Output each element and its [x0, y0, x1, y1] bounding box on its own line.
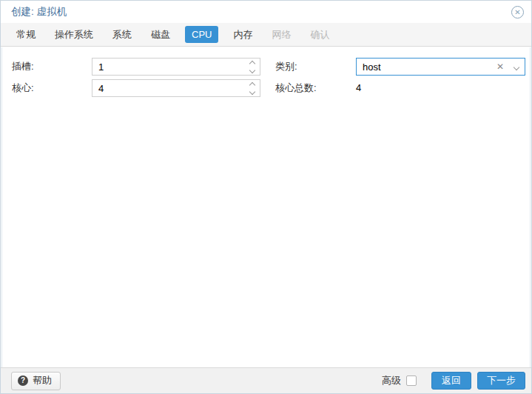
wizard-tabstrip: 常规 操作系统 系统 磁盘 CPU 内存 网络 确认 [1, 23, 531, 47]
close-icon[interactable]: ✕ [511, 6, 524, 19]
cores-label: 核心: [12, 79, 34, 97]
spinner-up-icon[interactable] [249, 81, 255, 87]
create-vm-dialog: 创建: 虚拟机 ✕ 常规 操作系统 系统 磁盘 CPU 内存 网络 确认 插槽:… [0, 0, 532, 394]
cpu-type-combobox: ✕ [356, 58, 525, 76]
tab-os[interactable]: 操作系统 [50, 25, 98, 44]
cpu-type-label: 类别: [275, 58, 297, 76]
cores-spinner [92, 79, 260, 97]
tab-memory[interactable]: 内存 [229, 25, 257, 44]
tab-disks[interactable]: 磁盘 [147, 25, 175, 44]
spinner-down-icon[interactable] [249, 67, 255, 73]
clear-icon[interactable]: ✕ [492, 61, 508, 72]
tab-cpu[interactable]: CPU [185, 26, 218, 43]
spinner-up-icon[interactable] [249, 60, 255, 66]
help-button-label: 帮助 [33, 374, 52, 387]
tab-confirm: 确认 [306, 25, 334, 44]
sockets-input[interactable] [92, 59, 245, 75]
sockets-spinner-buttons[interactable] [245, 59, 260, 75]
cpu-type-input[interactable] [357, 59, 492, 75]
total-cores-value: 4 [356, 79, 361, 97]
help-icon: ? [18, 375, 28, 386]
spinner-down-icon[interactable] [249, 88, 255, 94]
tab-system[interactable]: 系统 [108, 25, 136, 44]
tab-network: 网络 [267, 25, 295, 44]
sockets-spinner [92, 58, 260, 76]
cores-input[interactable] [92, 80, 245, 96]
dialog-title: 创建: 虚拟机 [11, 5, 511, 19]
advanced-checkbox[interactable] [406, 375, 417, 386]
cores-spinner-buttons[interactable] [245, 80, 260, 96]
dialog-header: 创建: 虚拟机 ✕ [1, 1, 531, 23]
back-button[interactable]: 返回 [431, 372, 471, 390]
dialog-footer: ? 帮助 高级 返回 下一步 [1, 367, 531, 393]
next-button[interactable]: 下一步 [477, 372, 525, 390]
sockets-label: 插槽: [12, 58, 34, 76]
tab-general[interactable]: 常规 [12, 25, 40, 44]
cpu-panel: 插槽: 类别: ✕ 核心: 核心总数: 4 [1, 47, 531, 367]
advanced-label: 高级 [382, 374, 401, 387]
combo-dropdown-trigger[interactable] [508, 59, 525, 75]
total-cores-label: 核心总数: [275, 79, 317, 97]
help-button[interactable]: ? 帮助 [11, 372, 61, 390]
chevron-down-icon [514, 64, 519, 70]
